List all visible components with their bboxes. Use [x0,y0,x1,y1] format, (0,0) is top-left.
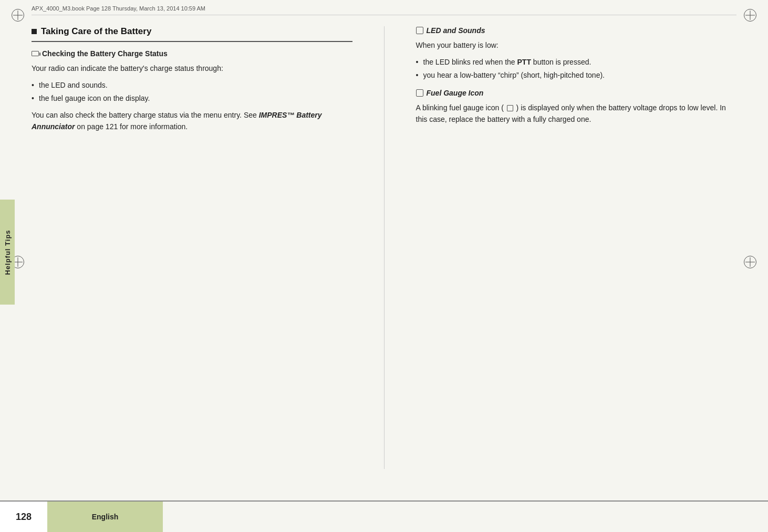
helpful-tips-label: Helpful Tips [4,230,12,275]
language-block: English [47,500,163,532]
right-column: LED and Sounds When your battery is low:… [406,26,737,469]
crosshair-top-right [745,11,755,20]
right-sub-heading-2-text: Fuel Gauge Icon [427,89,484,97]
helpful-tips-sidebar: Helpful Tips [0,200,15,305]
left-bullet-list: the LED and sounds. the fuel gauge icon … [32,80,352,105]
list-item: the LED blinks red when the PTT button i… [416,57,737,68]
left-column: Taking Care of the Battery Checking the … [32,26,363,469]
left-intro-text: Your radio can indicate the battery's ch… [32,63,352,75]
right-bullet-list-1: the LED blinks red when the PTT button i… [416,57,737,81]
bottom-bar: 128 English [0,500,768,532]
page-number-block: 128 [0,500,47,532]
list-item-text: the fuel gauge icon on the display. [39,94,150,102]
left-sub-heading-text: Checking the Battery Charge Status [42,49,168,58]
list-item: the LED and sounds. [32,80,352,91]
led-bullet-1-post: button is pressed. [531,58,591,66]
led-bullet-2: you hear a low-battery “chirp” (short, h… [423,71,605,79]
page: APX_4000_M3.book Page 128 Thursday, Marc… [0,0,768,532]
led-intro-text: When your battery is low: [416,40,737,51]
section-title-text: Taking Care of the Battery [41,26,151,37]
section-title: Taking Care of the Battery [32,26,352,42]
fuel-icon-inline [507,105,513,111]
led-bullet-1-pre: the LED blinks red when the [423,58,517,66]
battery-icon [32,51,39,56]
top-bar: APX_4000_M3.book Page 128 Thursday, Marc… [32,5,736,15]
led-bullet-1-bold: PTT [517,58,531,66]
list-item: the fuel gauge icon on the display. [32,93,352,105]
list-item: you hear a low-battery “chirp” (short, h… [416,70,737,81]
fuel-gauge-text-pre: A blinking fuel gauge icon ( [416,103,506,112]
left-body-text: You can also check the battery charge st… [32,110,352,132]
crosshair-top-left [13,11,23,20]
book-info-text: APX_4000_M3.book Page 128 Thursday, Marc… [32,5,205,12]
left-body-text-pre: You can also check the battery charge st… [32,111,259,119]
page-number: 128 [16,512,32,523]
right-sub-heading-2: Fuel Gauge Icon [416,89,737,97]
column-divider [384,26,385,469]
left-body-text-end: on page 121 for more information. [75,122,188,131]
right-sub-heading-1: LED and Sounds [416,26,737,35]
content-area: Taking Care of the Battery Checking the … [32,26,736,469]
left-sub-heading: Checking the Battery Charge Status [32,49,352,58]
language-label: English [92,513,119,521]
section-title-icon [32,29,37,34]
bottom-divider [163,500,768,532]
fuel-gauge-icon [416,89,423,97]
led-icon [416,27,423,34]
list-item-text: the LED and sounds. [39,81,108,89]
fuel-gauge-text: A blinking fuel gauge icon ( ) is displa… [416,102,737,125]
right-sub-heading-1-text: LED and Sounds [427,26,485,35]
crosshair-mid-right [745,257,755,267]
